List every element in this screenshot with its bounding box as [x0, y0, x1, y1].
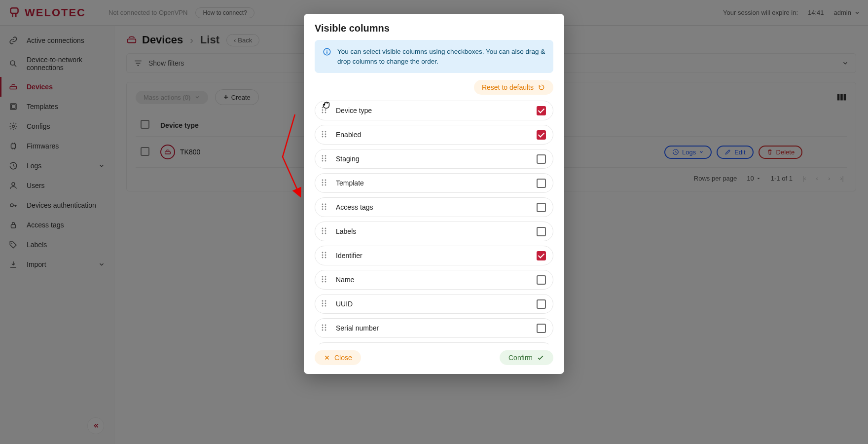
reset-defaults-button[interactable]: Reset to defaults: [474, 80, 553, 95]
svg-point-71: [325, 276, 326, 277]
column-label: Template: [336, 179, 528, 187]
svg-point-48: [322, 182, 324, 183]
svg-point-64: [322, 252, 324, 253]
svg-point-82: [322, 324, 324, 326]
column-item[interactable]: Enabled: [315, 125, 553, 145]
svg-point-30: [322, 109, 324, 111]
drag-handle-icon[interactable]: [321, 275, 327, 285]
svg-point-36: [322, 133, 324, 135]
svg-point-62: [322, 232, 324, 234]
column-label: Labels: [336, 227, 528, 235]
svg-point-43: [325, 157, 326, 159]
drag-handle-icon[interactable]: [321, 251, 327, 260]
svg-point-34: [322, 131, 324, 132]
column-checkbox[interactable]: [537, 106, 546, 115]
column-item[interactable]: UUID: [315, 294, 553, 314]
column-checkbox[interactable]: [537, 179, 546, 188]
svg-point-56: [322, 208, 324, 210]
drag-handle-icon[interactable]: [321, 227, 327, 236]
svg-point-85: [325, 327, 326, 328]
close-button[interactable]: Close: [315, 350, 361, 365]
svg-point-73: [325, 278, 326, 280]
column-checkbox[interactable]: [537, 299, 546, 309]
visible-columns-modal: Visible columns You can select visible c…: [304, 14, 564, 374]
svg-point-52: [322, 203, 324, 205]
svg-point-78: [322, 302, 324, 304]
column-item[interactable]: Registration ID: [315, 342, 553, 344]
column-checkbox[interactable]: [537, 154, 546, 164]
svg-point-53: [325, 203, 326, 205]
info-icon: [323, 47, 331, 66]
column-label: Device type: [336, 107, 528, 114]
modal-info-box: You can select visible columns using che…: [315, 40, 553, 73]
column-item[interactable]: Labels: [315, 222, 553, 241]
svg-point-74: [322, 281, 324, 282]
column-checkbox[interactable]: [537, 251, 546, 260]
svg-point-80: [322, 305, 324, 306]
svg-point-51: [325, 184, 326, 185]
svg-point-50: [322, 184, 324, 185]
drag-handle-icon[interactable]: [321, 106, 327, 115]
column-item[interactable]: Staging: [315, 149, 553, 169]
svg-point-65: [325, 252, 326, 253]
column-item[interactable]: Access tags: [315, 197, 553, 217]
column-label: Enabled: [336, 131, 528, 139]
column-item[interactable]: Serial number: [315, 318, 553, 338]
svg-point-79: [325, 302, 326, 304]
svg-point-81: [325, 305, 326, 306]
svg-point-55: [325, 206, 326, 207]
svg-point-45: [325, 160, 326, 161]
svg-point-70: [322, 276, 324, 277]
svg-point-72: [322, 278, 324, 280]
svg-point-76: [322, 300, 324, 301]
confirm-button[interactable]: Confirm: [500, 350, 553, 365]
svg-point-61: [325, 230, 326, 231]
column-item[interactable]: Name: [315, 270, 553, 290]
svg-point-58: [322, 227, 324, 229]
svg-point-37: [325, 133, 326, 135]
drag-handle-icon[interactable]: [321, 154, 327, 164]
column-item[interactable]: Device type: [315, 101, 553, 120]
column-checkbox[interactable]: [537, 130, 546, 140]
svg-point-29: [325, 107, 326, 108]
drag-handle-icon[interactable]: [321, 130, 327, 140]
column-checkbox[interactable]: [537, 203, 546, 212]
svg-point-60: [322, 230, 324, 231]
svg-point-66: [322, 254, 324, 256]
modal-title: Visible columns: [304, 14, 564, 40]
column-item[interactable]: Identifier: [315, 246, 553, 265]
svg-point-87: [325, 329, 326, 331]
svg-point-42: [322, 157, 324, 159]
drag-handle-icon[interactable]: [321, 179, 327, 188]
svg-point-83: [325, 324, 326, 326]
reset-icon: [538, 83, 545, 91]
svg-point-33: [325, 111, 326, 113]
svg-point-77: [325, 300, 326, 301]
svg-point-75: [325, 281, 326, 282]
svg-point-54: [322, 206, 324, 207]
column-label: UUID: [336, 300, 528, 308]
drag-handle-icon[interactable]: [321, 324, 327, 333]
column-label: Identifier: [336, 252, 528, 259]
column-item[interactable]: Template: [315, 173, 553, 193]
svg-point-38: [322, 136, 324, 137]
check-icon: [537, 354, 544, 362]
close-icon: [324, 354, 330, 361]
svg-point-46: [322, 179, 324, 181]
svg-point-86: [322, 329, 324, 331]
drag-handle-icon[interactable]: [321, 203, 327, 212]
drag-handle-icon[interactable]: [321, 299, 327, 309]
svg-point-41: [325, 155, 326, 156]
svg-point-67: [325, 254, 326, 256]
column-label: Name: [336, 276, 528, 284]
svg-point-44: [322, 160, 324, 161]
column-label: Staging: [336, 155, 528, 163]
modal-info-text: You can select visible columns using che…: [337, 47, 545, 66]
svg-point-68: [322, 257, 324, 258]
svg-point-31: [325, 109, 326, 111]
column-checkbox[interactable]: [537, 275, 546, 285]
column-checkbox[interactable]: [537, 324, 546, 333]
column-checkbox[interactable]: [537, 227, 546, 236]
svg-point-35: [325, 131, 326, 132]
column-label: Access tags: [336, 203, 528, 211]
